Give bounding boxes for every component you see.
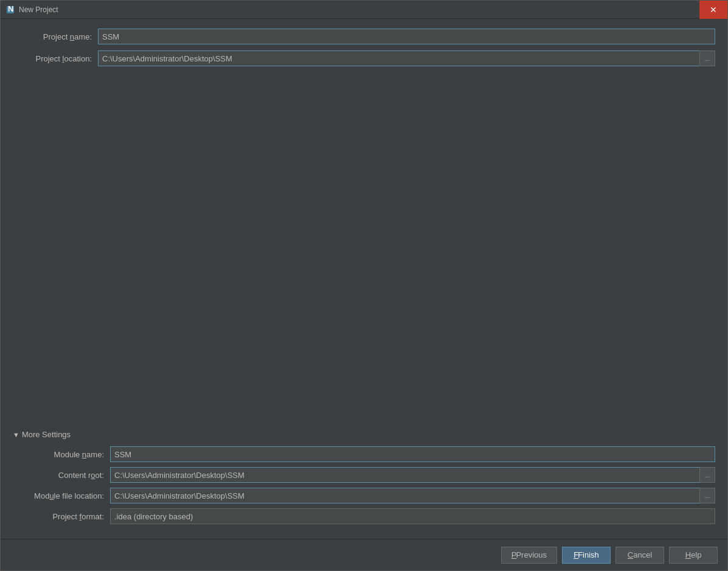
project-location-input[interactable]: [98, 50, 699, 66]
project-location-row: Project location: ...: [13, 50, 715, 66]
close-button[interactable]: ✕: [699, 1, 727, 19]
project-format-select-container: .idea (directory based): [110, 508, 715, 524]
cancel-button[interactable]: Cancel: [615, 547, 664, 564]
title-bar: N New Project ✕: [1, 1, 727, 19]
project-name-label: Project name:: [13, 32, 98, 41]
more-settings-toggle[interactable]: ▼ More Settings: [13, 430, 715, 439]
more-settings-content: Module name: Content root: ...: [13, 446, 715, 524]
content-root-label: Content root:: [13, 471, 110, 480]
more-settings-arrow-icon: ▼: [13, 431, 19, 438]
dialog-title: New Project: [19, 5, 723, 14]
content-root-field: ...: [110, 467, 715, 483]
module-name-input[interactable]: [110, 446, 715, 462]
svg-text:N: N: [8, 5, 13, 13]
content-spacer: [13, 72, 715, 424]
project-format-row: Project format: .idea (directory based): [13, 508, 715, 524]
project-format-label: Project format:: [13, 512, 110, 521]
new-project-dialog: N New Project ✕ Project name: Project lo…: [0, 0, 728, 571]
module-file-location-input[interactable]: [110, 488, 699, 504]
module-file-location-field: ...: [110, 488, 715, 504]
project-name-row: Project name:: [13, 29, 715, 44]
module-name-row: Module name:: [13, 446, 715, 462]
help-button[interactable]: Help: [669, 547, 718, 564]
more-settings-section: ▼ More Settings Module name: Content roo…: [13, 430, 715, 529]
finish-button[interactable]: FFinish: [562, 547, 611, 564]
more-settings-label: More Settings: [22, 430, 71, 439]
dialog-content: Project name: Project location: ... ▼ Mo…: [1, 19, 727, 539]
previous-button[interactable]: PPrevious: [501, 547, 557, 564]
dialog-footer: PPrevious FFinish Cancel Help: [1, 539, 727, 570]
module-name-label: Module name:: [13, 450, 110, 459]
content-root-row: Content root: ...: [13, 467, 715, 483]
app-icon: N: [5, 5, 15, 15]
module-file-location-browse-button[interactable]: ...: [699, 488, 715, 504]
module-file-location-row: Module file location: ...: [13, 488, 715, 504]
project-location-browse-button[interactable]: ...: [699, 50, 715, 66]
project-location-label: Project location:: [13, 54, 98, 63]
project-location-field: ...: [98, 50, 715, 66]
content-root-browse-button[interactable]: ...: [699, 467, 715, 483]
project-name-input[interactable]: [98, 29, 715, 44]
content-root-input[interactable]: [110, 467, 699, 483]
project-format-select[interactable]: .idea (directory based): [110, 508, 715, 524]
module-file-location-label: Module file location:: [13, 491, 110, 500]
